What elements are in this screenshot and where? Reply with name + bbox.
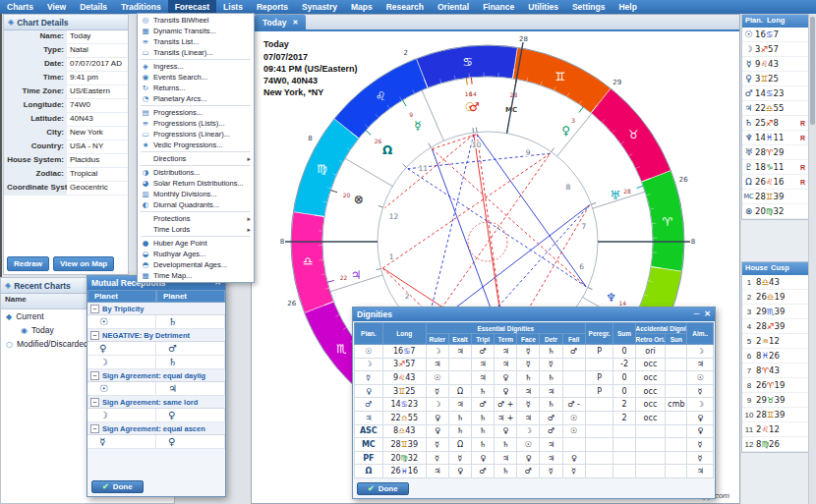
- vertical-scrollbar[interactable]: [808, 14, 816, 504]
- menu-settings[interactable]: Settings: [565, 0, 612, 14]
- menu-item-events-search[interactable]: ◉Events Search...: [138, 72, 254, 83]
- menu-item-transits-linear[interactable]: ▭Transits (Linear)...: [138, 47, 254, 58]
- planet-degree-label: 14: [619, 300, 627, 307]
- menu-item-rudhyar-ages[interactable]: ◒Rudhyar Ages...: [138, 249, 254, 259]
- collapse-icon[interactable]: –: [90, 371, 99, 380]
- wheel-planet-north-node: Ω: [382, 143, 392, 157]
- house-number: 11: [418, 164, 428, 173]
- menu-research[interactable]: Research: [379, 0, 431, 14]
- degree-tick: [454, 76, 455, 80]
- menu-item-huber-age-point[interactable]: ●Huber Age Point: [138, 238, 254, 249]
- menu-item-directions[interactable]: Directions▸: [138, 153, 254, 164]
- zodiac-sign-glyph: ♌: [376, 89, 386, 103]
- menu-item-time-lords[interactable]: Time Lords▸: [138, 224, 254, 235]
- menu-charts[interactable]: Charts: [0, 0, 40, 14]
- degree-tick: [347, 147, 351, 149]
- submenu-arrow-icon: ▸: [247, 155, 251, 163]
- dignity-row: ♀3♊25☿Ω♄♀♃♃P0occ☿: [355, 384, 714, 398]
- wheel-planet-jupiter: ♃: [351, 268, 362, 282]
- menu-synastry[interactable]: Synastry: [295, 0, 344, 14]
- house-cusp-line: [507, 42, 523, 134]
- collapse-icon[interactable]: –: [90, 398, 99, 407]
- menu-item-monthly-divisions[interactable]: ▥Monthly Divisions...: [138, 189, 254, 199]
- collapse-icon[interactable]: –: [90, 331, 99, 340]
- planet-degree-label: 14: [469, 90, 477, 97]
- menu-view[interactable]: View: [40, 0, 73, 14]
- menu-item-transits-biwheel[interactable]: ◎Transits BiWheel: [138, 15, 254, 26]
- submenu-arrow-icon: ▸: [247, 215, 251, 223]
- dignities-done-bar: ✔ Done: [353, 479, 715, 498]
- menu-utilities[interactable]: Utilities: [521, 0, 565, 14]
- dig-group-accidental: Accidental Dignit..: [635, 323, 687, 334]
- menu-item-vedic-progressions[interactable]: ★Vedic Progressions...: [138, 140, 254, 150]
- collapse-icon[interactable]: –: [90, 424, 99, 433]
- menu-item-developmental-ages[interactable]: ◓Developmental Ages...: [138, 259, 254, 270]
- menu-bar: ChartsViewDetailsTraditionsForecastLists…: [0, 0, 816, 14]
- chart-actions: Redraw View on Map: [4, 253, 128, 274]
- menu-item-icon: ◑: [141, 168, 150, 177]
- mutual-section-header[interactable]: –Sign Agreement: same lord: [87, 396, 225, 409]
- menu-item-progressions-lists[interactable]: ≡Progressions (Lists)...: [138, 118, 254, 129]
- menu-item-solar-return-distributions[interactable]: ◕Solar Return Distributions...: [138, 178, 254, 189]
- menu-item-ingress[interactable]: ◈Ingress...: [138, 61, 254, 72]
- menu-item-progressions[interactable]: ▤Progressions...: [138, 107, 254, 118]
- scrollbar-thumb[interactable]: [810, 17, 815, 125]
- mutual-section-header[interactable]: –By Triplicity: [87, 303, 225, 315]
- menu-item-planetary-arcs[interactable]: ◔Planetary Arcs...: [138, 93, 254, 104]
- menu-item-time-map[interactable]: ▦Time Map...: [138, 270, 254, 281]
- view-on-map-button[interactable]: View on Map: [53, 256, 114, 271]
- dignities-minimize-icon[interactable]: ─: [694, 310, 700, 318]
- mutual-done-bar: ✔ Done: [87, 477, 225, 496]
- menu-item-icon: ◔: [141, 94, 150, 103]
- mutual-section-header[interactable]: –NEGATIVE: By Detriment: [87, 329, 225, 342]
- collapse-icon[interactable]: –: [90, 305, 99, 313]
- planet-row: ☿9♌43: [742, 57, 809, 72]
- menu-item-returns[interactable]: ↻Returns...: [138, 83, 254, 93]
- chart-detail-row: Longitude:74W0: [4, 99, 128, 113]
- dig-col-peregr: Peregr.: [585, 323, 613, 345]
- menu-details[interactable]: Details: [73, 0, 114, 14]
- dignities-done-button[interactable]: ✔ Done: [357, 482, 409, 495]
- menu-finance[interactable]: Finance: [476, 0, 521, 14]
- mutual-done-button[interactable]: ✔ Done: [91, 480, 144, 493]
- menu-help[interactable]: Help: [612, 0, 643, 14]
- aspect-tick: [552, 148, 554, 152]
- redraw-button[interactable]: Redraw: [7, 256, 49, 271]
- wheel-planet-mercury: ☿: [414, 119, 421, 133]
- mutual-section-header[interactable]: –Sign Agreement: equal ascen: [87, 422, 225, 435]
- mutual-section-header[interactable]: –Sign Agreement: equal daylig: [87, 369, 225, 382]
- dignities-titlebar[interactable]: Dignities ─ ✕: [353, 308, 715, 321]
- dignity-row: ♂14♋23☽♃♂♂ +☿♄♂ -2occcmb☽: [355, 398, 714, 412]
- chart-detail-row: Zodiac:Tropical: [4, 168, 128, 182]
- tab-close-icon[interactable]: ✕: [292, 19, 298, 27]
- menu-item-distributions[interactable]: ◑Distributions...: [138, 167, 254, 178]
- menu-lists[interactable]: Lists: [216, 0, 250, 14]
- menu-separator: [141, 236, 251, 237]
- menu-item-dynamic-transits[interactable]: ▦Dynamic Transits...: [138, 26, 254, 36]
- dignity-row: ♃22♎55♀♄♄♃ +♃♂☉2occ♀: [355, 411, 714, 424]
- menu-reports[interactable]: Reports: [250, 0, 295, 14]
- menu-item-diurnal-quadrants[interactable]: ◐Diurnal Quadrants...: [138, 199, 254, 210]
- chart-detail-row: Time:9:41 pm: [4, 72, 128, 85]
- chart-tabbar: Today ✕: [252, 15, 739, 31]
- menu-item-icon: ▤: [141, 108, 150, 117]
- degree-tick: [440, 79, 441, 83]
- menu-item-protections[interactable]: Protections▸: [138, 213, 254, 224]
- dignity-row: Ω26♓16♃♀♂♄♂☿☿♃: [355, 465, 714, 478]
- dignities-close-icon[interactable]: ✕: [704, 310, 711, 318]
- planet-degree-label: 26: [375, 138, 382, 144]
- cusp-degree-label: 8: [308, 135, 312, 142]
- tab-today[interactable]: Today ✕: [255, 15, 306, 29]
- mutual-column-headers: Planet Planet: [87, 290, 225, 303]
- menu-forecast[interactable]: Forecast: [168, 0, 216, 14]
- menu-traditions[interactable]: Traditions: [114, 0, 168, 14]
- house-row: 128♍26: [742, 437, 809, 452]
- menu-oriental[interactable]: Oriental: [431, 0, 476, 14]
- degree-tick: [651, 266, 661, 268]
- menu-maps[interactable]: Maps: [344, 0, 379, 14]
- degree-tick: [642, 178, 651, 182]
- menu-item-progressions-linear[interactable]: ▭Progressions (Linear)...: [138, 129, 254, 140]
- planet-degree-label: 9: [409, 111, 413, 118]
- menu-item-transits-list[interactable]: ≡Transits List...: [138, 36, 254, 47]
- chart-detail-row: Time Zone:US/Eastern: [4, 85, 128, 99]
